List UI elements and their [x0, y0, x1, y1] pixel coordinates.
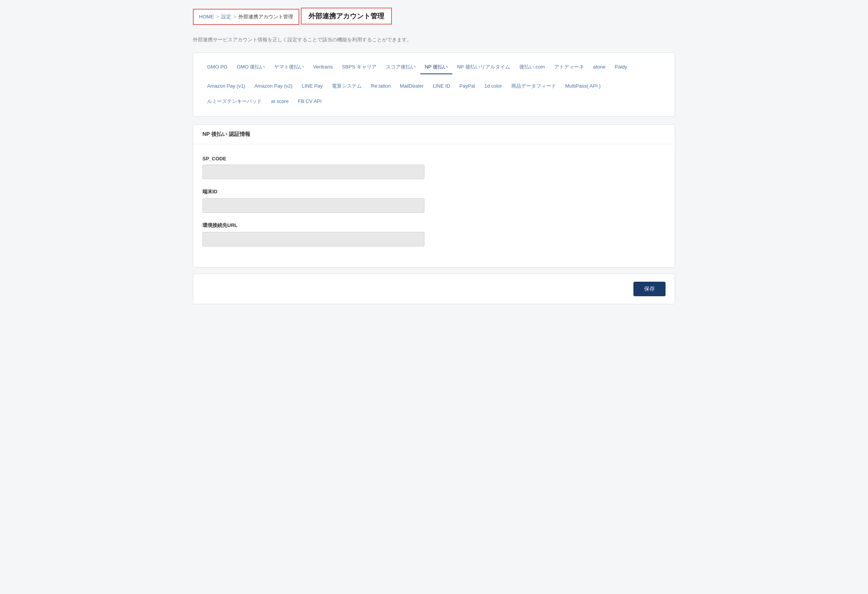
tab-アトディーネ[interactable]: アトディーネ [550, 60, 589, 74]
input-terminal-id[interactable] [202, 198, 424, 213]
tab-gmo-pg[interactable]: GMO PG [202, 61, 232, 73]
page-title: 外部連携アカウント管理 [308, 11, 384, 21]
tab-line-id[interactable]: LINE ID [428, 80, 455, 93]
tab-1d-color[interactable]: 1d color [480, 80, 507, 93]
tab-line-pay[interactable]: LINE Pay [297, 80, 327, 93]
label-sp-code: SP_CODE [202, 156, 666, 162]
tabs-row-1: GMO PGGMO 後払いヤマト後払いVeritransSBPS キャリアスコア… [202, 60, 666, 74]
tab-paidy[interactable]: Paidy [610, 61, 632, 73]
save-button[interactable]: 保存 [633, 282, 666, 296]
tab-maildealer[interactable]: MailDealer [395, 80, 428, 93]
tab-veritrans[interactable]: Veritrans [308, 61, 337, 73]
section-body: SP_CODE端末ID環境接続先URL [193, 144, 675, 267]
form-group-env-url: 環境接続先URL [202, 222, 666, 246]
tab-re:lation[interactable]: Re:lation [366, 80, 395, 93]
tab-sbps-キャリア[interactable]: SBPS キャリア [337, 60, 381, 74]
breadcrumb-current: 外部連携アカウント管理 [238, 13, 293, 20]
save-card: 保存 [193, 274, 675, 304]
form-group-terminal-id: 端末ID [202, 188, 666, 213]
breadcrumb-sep2: > [233, 14, 236, 20]
tab-paypal[interactable]: PayPal [455, 80, 480, 93]
tab-np-後払い[interactable]: NP 後払い [420, 60, 452, 74]
tab-スコア後払い[interactable]: スコア後払い [381, 60, 420, 74]
tab-amazon-pay-(v1)[interactable]: Amazon Pay (v1) [202, 80, 250, 93]
input-env-url[interactable] [202, 232, 424, 246]
form-section-card: NP 後払い 認証情報 SP_CODE端末ID環境接続先URL [193, 124, 675, 268]
tab-fb-cv-api[interactable]: FB CV API [293, 95, 326, 108]
breadcrumb: HOME > 設定 > 外部連携アカウント管理 [193, 9, 299, 25]
section-header: NP 後払い 認証情報 [193, 125, 675, 144]
page-title-box: 外部連携アカウント管理 [301, 8, 392, 24]
tabs-card: GMO PGGMO 後払いヤマト後払いVeritransSBPS キャリアスコア… [193, 52, 675, 117]
form-group-sp-code: SP_CODE [202, 156, 666, 179]
tab-gmo-後払い[interactable]: GMO 後払い [232, 60, 269, 74]
tabs-row-2: Amazon Pay (v1)Amazon Pay (v2)LINE Pay電算… [202, 78, 666, 93]
tab-atone[interactable]: atone [589, 61, 610, 73]
breadcrumb-sep1: > [216, 14, 219, 20]
tab-商品データフィード[interactable]: 商品データフィード [507, 80, 561, 93]
tab-ヤマト後払い[interactable]: ヤマト後払い [269, 60, 308, 74]
tab-後払い.com[interactable]: 後払い.com [515, 60, 550, 74]
tab-multipass(-api-)[interactable]: MultiPass( API ) [561, 80, 605, 93]
page-description: 外部連携サービスアカウント情報を正しく設定することで該当の機能を利用することがで… [193, 36, 675, 43]
label-env-url: 環境接続先URL [202, 222, 666, 229]
input-sp-code[interactable] [202, 165, 424, 179]
tab-amazon-pay-(v2)[interactable]: Amazon Pay (v2) [250, 80, 297, 93]
tab-np-後払いリアルタイム[interactable]: NP 後払いリアルタイム [452, 60, 514, 74]
tab-at-score[interactable]: at score [266, 95, 293, 108]
label-terminal-id: 端末ID [202, 188, 666, 195]
tabs-row-3: ルミーズテンキーパッドat scoreFB CV API [202, 93, 666, 109]
breadcrumb-settings[interactable]: 設定 [221, 13, 231, 20]
tab-電算システム[interactable]: 電算システム [327, 80, 366, 93]
breadcrumb-home[interactable]: HOME [199, 14, 214, 20]
tab-ルミーズテンキーパッド[interactable]: ルミーズテンキーパッド [202, 95, 266, 109]
